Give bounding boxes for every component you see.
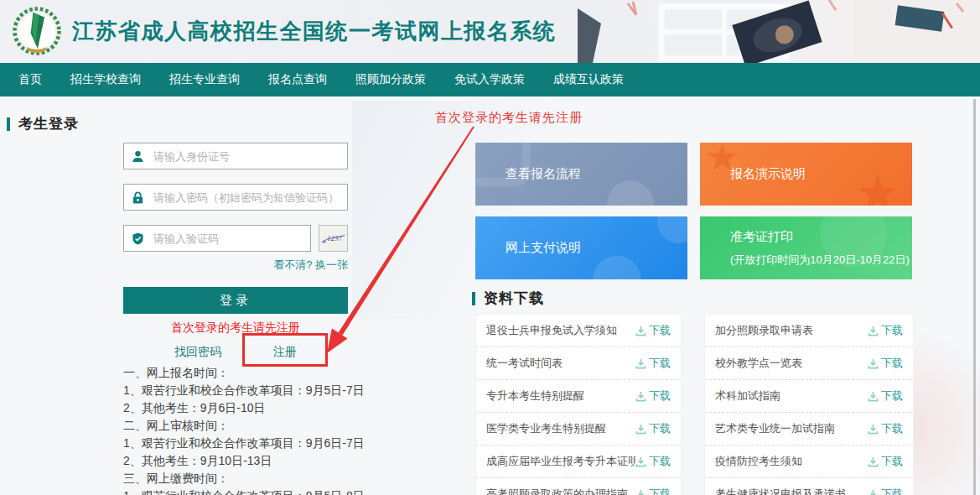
captcha-row: 1237 xyxy=(123,225,348,252)
download-row: 校外教学点一览表 下载 xyxy=(705,347,913,380)
download-row: 考生健康状况申报及承诺书 下载 xyxy=(705,478,913,495)
circle-decoration xyxy=(593,256,641,279)
lock-icon xyxy=(132,191,144,204)
main-nav: 首页 招生学校查询 招生专业查询 报名点查询 照顾加分政策 免试入学政策 成绩互… xyxy=(0,63,980,96)
download-link[interactable]: 下载 xyxy=(635,323,671,338)
quick-links: 查看报名流程 ★ ★ 报名演示说明 网上支付说明 准考证打印 (开放打印时间为1… xyxy=(475,143,912,279)
download-link[interactable]: 下载 xyxy=(868,323,903,338)
download-icon xyxy=(635,456,646,467)
download-icon xyxy=(868,456,879,467)
download-icon xyxy=(635,489,646,495)
registration-demo-button[interactable]: ★ ★ 报名演示说明 xyxy=(700,143,912,206)
nav-item-school-query[interactable]: 招生学校查询 xyxy=(56,72,155,87)
downloads-grid: 退役士兵申报免试入学须知 下载 统一考试时间表 下载 专升本考生特别提醒 下载 … xyxy=(475,314,914,495)
captcha-input-box xyxy=(123,225,311,252)
title-accent-bar xyxy=(7,117,10,131)
schedule-line: 1、艰苦行业和校企合作改革项目：9月6日-7日 xyxy=(123,435,484,452)
download-row: 成高应届毕业生报考专升本证明 下载 xyxy=(476,446,681,478)
download-link[interactable]: 下载 xyxy=(635,421,671,436)
title-accent-bar xyxy=(472,292,475,305)
downloads-section-title: 资料下载 xyxy=(472,289,544,308)
download-row: 高考照顾录取政策的办理指南 下载 xyxy=(476,478,681,495)
page: 江苏省成人高校招生全国统一考试网上报名系统 首页 招生学校查询 招生专业查询 xyxy=(0,0,980,495)
download-icon xyxy=(868,424,879,435)
view-registration-flow-button[interactable]: 查看报名流程 xyxy=(475,143,687,206)
school-logo-icon xyxy=(10,3,64,59)
schedule-line: 三、网上缴费时间： xyxy=(123,470,484,487)
forgot-password-link[interactable]: 找回密码 xyxy=(174,345,221,360)
id-number-row xyxy=(123,143,348,169)
captcha-refresh-link[interactable]: 看不清? 换一张 xyxy=(123,258,348,273)
schedule-line: 一、网上报名时间： xyxy=(123,364,484,382)
download-icon xyxy=(868,326,879,336)
schedule-line: 1、艰苦行业和校企合作改革项目：9月5日-7日 xyxy=(123,382,484,399)
nav-item-home[interactable]: 首页 xyxy=(18,72,56,87)
download-icon xyxy=(868,358,879,369)
circle-decoration xyxy=(657,216,687,243)
admission-ticket-print-button[interactable]: 准考证打印 (开放打印时间为10月20日-10月22日) xyxy=(700,216,912,279)
password-input[interactable] xyxy=(152,190,340,205)
captcha-image[interactable]: 1237 xyxy=(319,225,348,252)
download-row: 疫情防控考生须知 下载 xyxy=(705,446,913,478)
graduation-caps-decoration xyxy=(578,0,980,63)
download-icon xyxy=(868,391,879,402)
download-row: 艺术类专业统一加试指南 下载 xyxy=(705,413,913,446)
captcha-input[interactable] xyxy=(152,232,303,246)
blob-decoration xyxy=(475,143,531,186)
download-row: 医学类专业考生特别提醒 下载 xyxy=(476,413,681,446)
download-icon xyxy=(635,424,646,435)
scrollbar[interactable] xyxy=(973,99,976,495)
nav-item-score-policy[interactable]: 成绩互认政策 xyxy=(539,72,638,87)
downloads-card-right: 加分照顾录取申请表 下载 校外教学点一览表 下载 术科加试指南 下载 艺术类专业… xyxy=(704,314,914,495)
print-window-note: (开放打印时间为10月20日-10月22日) xyxy=(730,253,910,268)
star-decoration: ★ xyxy=(705,143,739,176)
download-icon xyxy=(635,326,646,336)
download-link[interactable]: 下载 xyxy=(635,388,671,404)
star-decoration: ★ xyxy=(855,169,900,206)
password-row xyxy=(123,184,348,211)
schedule-line: 2、其他考生：9月6日-10日 xyxy=(123,399,484,417)
site-title: 江苏省成人高校招生全国统一考试网上报名系统 xyxy=(72,0,557,63)
download-link[interactable]: 下载 xyxy=(868,388,903,404)
login-button[interactable]: 登录 xyxy=(123,287,348,314)
schedule-line: 1、艰苦行业和校企合作改革项目：9月5日-8日 xyxy=(123,487,484,495)
download-icon xyxy=(635,358,646,369)
download-link[interactable]: 下载 xyxy=(635,356,671,371)
shield-check-icon xyxy=(132,232,144,245)
circle-decoration xyxy=(607,180,654,206)
downloads-card-left: 退役士兵申报免试入学须知 下载 统一考试时间表 下载 专升本考生特别提醒 下载 … xyxy=(475,314,682,495)
id-number-input[interactable] xyxy=(152,149,340,164)
schedule-line: 2、其他考生：9月10日-13日 xyxy=(123,452,484,470)
download-link[interactable]: 下载 xyxy=(868,487,903,495)
download-icon xyxy=(635,391,646,402)
user-icon xyxy=(132,150,144,163)
schedule-line: 二、网上审核时间： xyxy=(123,417,484,435)
nav-item-major-query[interactable]: 招生专业查询 xyxy=(155,72,254,87)
annotation-register-note: 首次登录的考生请先注册 xyxy=(435,110,583,126)
download-row: 统一考试时间表 下载 xyxy=(476,347,681,380)
download-row: 术科加试指南 下载 xyxy=(705,380,913,413)
download-link[interactable]: 下载 xyxy=(868,454,903,469)
download-link[interactable]: 下载 xyxy=(868,421,903,436)
download-row: 专升本考生特别提醒 下载 xyxy=(476,380,681,413)
download-row: 退役士兵申报免试入学须知 下载 xyxy=(476,315,681,347)
download-link[interactable]: 下载 xyxy=(868,356,903,371)
annotation-highlight-box xyxy=(242,333,328,367)
download-row: 加分照顾录取申请表 下载 xyxy=(705,315,913,347)
login-form: 1237 看不清? 换一张 登录 首次登录的考生请先注册 找回密码 注册 xyxy=(123,143,348,360)
download-icon xyxy=(868,489,879,495)
nav-item-site-query[interactable]: 报名点查询 xyxy=(254,72,341,87)
download-link[interactable]: 下载 xyxy=(635,454,671,469)
download-link[interactable]: 下载 xyxy=(635,487,671,495)
header: 江苏省成人高校招生全国统一考试网上报名系统 xyxy=(0,0,980,63)
online-payment-info-button[interactable]: 网上支付说明 xyxy=(475,216,687,279)
schedule-text: 一、网上报名时间： 1、艰苦行业和校企合作改革项目：9月5日-7日 2、其他考生… xyxy=(123,364,484,495)
nav-item-bonus-policy[interactable]: 照顾加分政策 xyxy=(341,72,440,87)
login-section-title: 考生登录 xyxy=(7,114,79,133)
nav-item-exempt-policy[interactable]: 免试入学政策 xyxy=(440,72,539,87)
